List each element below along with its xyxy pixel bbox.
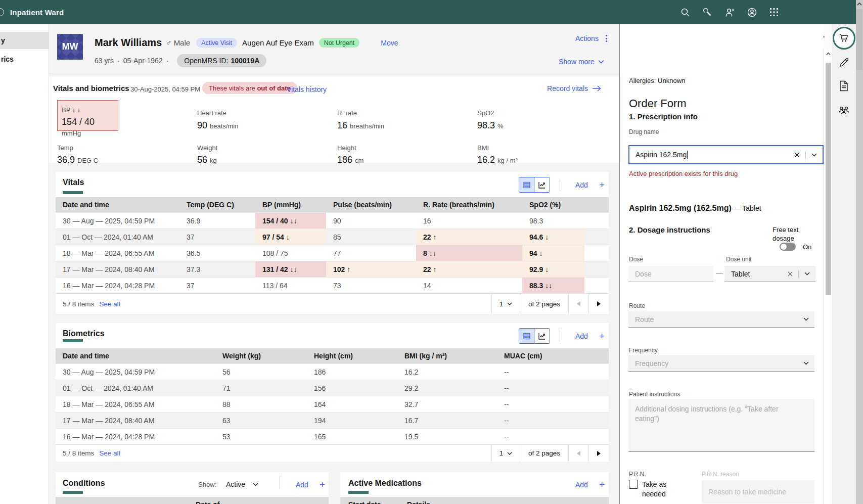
patient-name: Mark Williams xyxy=(95,37,162,49)
patient-instructions-label: Patient instructions xyxy=(629,391,680,398)
prn-reason-input[interactable]: Reason to take medicine xyxy=(702,480,814,503)
table-cell xyxy=(584,213,609,228)
chevron-down-icon[interactable] xyxy=(804,272,810,276)
next-page-button[interactable] xyxy=(588,294,609,314)
table-cell: 154 / 40 ↓↓ xyxy=(255,213,326,228)
clear-icon[interactable] xyxy=(788,271,793,277)
table-cell: 16.7 xyxy=(397,413,497,428)
table-row[interactable]: 17 — Mar — 2024, 08:40 AM37.3131 / 42 ↓↓… xyxy=(56,261,609,277)
view-toggle xyxy=(519,177,550,193)
tools-icon[interactable] xyxy=(696,0,718,24)
bmi-tile: BMI 16.2 kg / m² xyxy=(477,144,518,165)
divider xyxy=(560,330,560,342)
biometrics-card: Biometrics Add+ Date and timeWeight (kg)… xyxy=(56,323,609,462)
account-icon[interactable] xyxy=(741,0,763,24)
drug-order-basket-button[interactable] xyxy=(832,27,856,49)
frequency-label: Frequency xyxy=(629,347,658,354)
column-header: R. Rate (breaths/min) xyxy=(416,201,522,209)
chevron-down-icon[interactable] xyxy=(803,361,809,365)
table-cell: 186 xyxy=(307,364,397,380)
sidebar-item-vitals[interactable]: rics xyxy=(0,51,49,68)
add-condition-button[interactable]: Add+ xyxy=(296,479,325,490)
table-row[interactable]: 30 — Aug — 2025, 04:59 PM36.9154 / 40 ↓↓… xyxy=(56,212,609,228)
table-cell: 36.9 xyxy=(179,213,255,228)
record-vitals-link[interactable]: Record vitals xyxy=(547,84,601,93)
prn-checkbox[interactable] xyxy=(629,480,638,489)
urgency-tag: Not Urgent xyxy=(319,38,359,48)
prev-page-button[interactable] xyxy=(568,445,588,462)
table-cell: 165 xyxy=(307,429,397,444)
add-medication-button[interactable]: Add+ xyxy=(575,479,605,490)
prn-label: P.R.N. xyxy=(629,471,646,478)
table-cell: 8 ↓↓ xyxy=(416,245,522,261)
column-header: Date and time xyxy=(56,201,179,209)
page-select[interactable]: 1 xyxy=(491,445,520,462)
pencil-button[interactable] xyxy=(832,51,856,73)
route-select[interactable]: Route xyxy=(628,311,814,328)
left-sidebar: y rics xyxy=(0,24,49,504)
clear-icon[interactable] xyxy=(794,152,800,158)
table-cell: 22 ↑ xyxy=(416,229,522,245)
free-text-dosage-label: Free textdosage xyxy=(773,225,813,243)
sidebar-item-label: rics xyxy=(1,55,14,63)
items-count: 5 / 8 items xyxy=(63,300,94,308)
conditions-filter[interactable]: Active xyxy=(226,480,245,488)
table-view-button[interactable] xyxy=(519,177,534,192)
accent-bar xyxy=(63,491,83,494)
actions-menu[interactable]: Actions xyxy=(575,34,607,42)
sidebar-item-summary[interactable]: y xyxy=(0,32,49,49)
dose-input[interactable]: Dose xyxy=(628,266,713,282)
table-view-button[interactable] xyxy=(519,329,534,343)
see-all-link[interactable]: See all xyxy=(99,449,120,457)
table-row[interactable]: 18 — Mar — 2024, 06:55 AM36.5108 / 75778… xyxy=(56,245,609,261)
frequency-select[interactable]: Frequency xyxy=(628,355,814,372)
table-cell: 17 — Mar — 2024, 08:40 AM xyxy=(56,261,179,277)
add-drug-order-panel: Add drug order Mark Williams Male · 63 y… xyxy=(619,24,832,504)
vitals-history-link[interactable]: Vitals history xyxy=(287,85,327,94)
table-row[interactable]: 17 — Mar — 2024, 08:40 AM6319416.7-- xyxy=(56,412,609,428)
bp-tile[interactable]: BP ↓ ↓ 154 / 40 mmHg xyxy=(57,100,118,131)
next-page-button[interactable] xyxy=(588,445,609,462)
table-cell: 17 — Mar — 2024, 08:40 AM xyxy=(56,413,215,428)
people-button[interactable] xyxy=(832,99,856,121)
free-text-dosage-toggle[interactable] xyxy=(780,243,796,251)
search-icon[interactable] xyxy=(674,0,696,24)
toggle-state-label: On xyxy=(803,243,811,251)
patient-instructions-textarea[interactable]: Additional dosing instructions (e.g. "Ta… xyxy=(628,399,814,452)
drug-name-input[interactable]: Aspirin 162.5mg xyxy=(628,145,824,164)
chart-view-button[interactable] xyxy=(534,177,550,192)
table-row[interactable]: 01 — Oct — 2024, 01:40 AM3797 / 54 ↓8522… xyxy=(56,228,609,245)
overflow-menu-icon[interactable] xyxy=(606,35,607,42)
spo2-tile: SpO2 98.3 % xyxy=(477,109,504,131)
chevron-down-icon[interactable] xyxy=(803,317,809,321)
add-biometrics-button[interactable]: Add+ xyxy=(575,331,605,342)
scroll-up-icon[interactable] xyxy=(857,2,862,6)
table-row[interactable]: 30 — Aug — 2025, 04:59 PM5618616.2-- xyxy=(56,363,609,380)
panel-scrollbar[interactable] xyxy=(824,49,832,504)
chart-view-button[interactable] xyxy=(534,329,550,343)
medications-card: Active Medications Add+ Start date Detai… xyxy=(340,472,609,504)
prev-page-button[interactable] xyxy=(568,294,588,314)
chevron-down-icon[interactable] xyxy=(253,483,258,486)
table-row[interactable]: 01 — Oct — 2024, 01:40 AM7115629.2-- xyxy=(56,380,609,396)
app-switcher-icon[interactable] xyxy=(763,0,785,24)
table-row[interactable]: 16 — Mar — 2024, 04:28 PM5316519.5-- xyxy=(56,428,609,444)
move-link[interactable]: Move xyxy=(381,39,398,47)
page-scrollbar-thumb[interactable] xyxy=(856,9,862,70)
scroll-up-icon[interactable] xyxy=(826,52,831,56)
table-row[interactable]: 18 — Mar — 2024, 06:55 AM8816432.7-- xyxy=(56,396,609,412)
see-all-link[interactable]: See all xyxy=(99,300,120,308)
show-more-button[interactable]: Show more xyxy=(559,58,604,66)
document-button[interactable] xyxy=(832,75,856,97)
dose-unit-select[interactable]: Tablet xyxy=(724,266,815,282)
table-row[interactable]: 16 — Mar — 2024, 04:28 PM37113 / 6473148… xyxy=(56,277,609,293)
panel-scrollbar-thumb[interactable] xyxy=(826,63,831,295)
chevron-down-icon[interactable] xyxy=(811,153,817,157)
page-scrollbar[interactable] xyxy=(856,0,863,504)
table-cell: 14 xyxy=(416,278,522,293)
page-select[interactable]: 1 xyxy=(491,294,520,314)
add-vitals-button[interactable]: Add+ xyxy=(575,179,605,191)
add-user-icon[interactable] xyxy=(718,0,741,24)
vitals-pagination: 5 / 8 items See all 1 of 2 pages xyxy=(56,293,609,314)
people-icon xyxy=(838,105,850,116)
